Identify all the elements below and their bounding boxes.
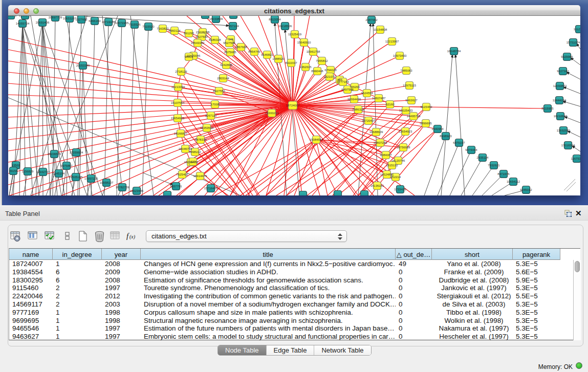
svg-text:6466160: 6466160 [89,19,101,23]
svg-text:7986322: 7986322 [352,108,364,111]
svg-text:1615132: 1615132 [386,164,398,167]
svg-text:13692971: 13692971 [557,129,571,132]
svg-text:7485063: 7485063 [400,69,412,72]
svg-text:10543382: 10543382 [191,41,205,45]
svg-text:9245012: 9245012 [520,188,532,191]
svg-text:7515520: 7515520 [142,25,155,28]
svg-text:16033809: 16033809 [209,17,223,20]
svg-text:2803144: 2803144 [217,77,229,80]
svg-text:1733426: 1733426 [394,188,406,191]
svg-text:10653267: 10653267 [63,17,77,20]
svg-text:8660124: 8660124 [168,29,181,32]
svg-text:2935114: 2935114 [477,156,489,159]
svg-text:12505135: 12505135 [69,176,83,179]
svg-text:891295: 891295 [184,32,194,35]
svg-text:3624554: 3624554 [361,92,373,95]
svg-text:15716485: 15716485 [204,187,218,190]
svg-text:16648784: 16648784 [447,50,461,53]
svg-text:1588520: 1588520 [272,57,285,60]
svg-text:3267110: 3267110 [205,114,217,117]
svg-text:9463627: 9463627 [405,99,418,102]
svg-text:9115460: 9115460 [421,105,433,108]
svg-text:9657791: 9657791 [170,185,182,188]
svg-text:10973493: 10973493 [393,54,407,57]
svg-text:2718126: 2718126 [175,70,187,73]
svg-text:19654925: 19654925 [171,117,185,120]
svg-text:8454749: 8454749 [248,50,260,53]
svg-text:17016504: 17016504 [561,144,575,147]
svg-text:1167534: 1167534 [571,157,580,160]
svg-text:1527602: 1527602 [75,18,88,21]
svg-text:19166827: 19166827 [174,132,188,135]
svg-text:10807487: 10807487 [372,97,386,100]
svg-text:1621072: 1621072 [323,75,336,78]
svg-text:12213369: 12213369 [171,85,185,89]
svg-text:9227342: 9227342 [557,70,569,73]
svg-text:9777169: 9777169 [337,80,349,83]
svg-text:17008: 17008 [211,103,220,106]
svg-text:8215955: 8215955 [541,107,554,110]
svg-text:8471676: 8471676 [497,172,510,176]
svg-text:7625402: 7625402 [176,173,188,176]
svg-text:8878334: 8878334 [194,138,207,141]
svg-text:8427552: 8427552 [213,90,225,93]
svg-text:16210643: 16210643 [554,115,568,118]
svg-text:7955812: 7955812 [316,59,328,62]
svg-text:19756928: 19756928 [397,146,410,149]
svg-text:3498222: 3498222 [189,150,201,154]
svg-text:(x): (x) [129,234,136,240]
svg-text:7357224: 7357224 [227,25,239,28]
svg-text:19384554: 19384554 [310,138,323,141]
svg-text:18807249: 18807249 [374,141,387,144]
svg-text:16914479: 16914479 [193,174,207,178]
svg-text:13654923: 13654923 [399,130,412,133]
svg-text:9975887: 9975887 [60,164,73,167]
svg-text:9146821: 9146821 [261,53,273,56]
svg-text:1156829: 1156829 [22,170,34,173]
svg-text:9242848: 9242848 [220,63,232,67]
svg-text:11325419: 11325419 [288,33,302,36]
svg-text:1112345: 1112345 [574,28,580,31]
svg-text:16782759: 16782759 [116,186,129,189]
svg-text:2069140: 2069140 [19,16,31,17]
svg-text:19218506: 19218506 [278,25,292,28]
svg-text:10961758: 10961758 [307,50,320,53]
svg-text:8675685: 8675685 [224,51,236,54]
svg-text:98901: 98901 [185,55,193,58]
svg-text:14120746: 14120746 [391,159,405,162]
svg-text:10958107: 10958107 [100,181,114,184]
svg-text:20364436: 20364436 [347,98,361,101]
svg-text:17359924: 17359924 [70,151,83,154]
svg-text:12975115: 12975115 [403,84,417,87]
svg-text:735722: 735722 [228,16,239,16]
svg-text:8813054: 8813054 [269,18,281,21]
svg-text:12444194: 12444194 [553,99,567,102]
svg-text:10154808: 10154808 [374,28,387,31]
svg-text:9527500: 9527500 [195,35,208,38]
svg-text:6879197: 6879197 [453,141,465,144]
svg-text:10719185: 10719185 [102,20,116,24]
svg-text:20206576: 20206576 [48,152,61,156]
svg-text:11353594: 11353594 [200,126,214,129]
svg-text:8990448: 8990448 [311,70,323,73]
svg-text:12923446: 12923446 [130,189,144,192]
svg-text:9329966: 9329966 [561,55,573,58]
svg-text:15751074: 15751074 [567,41,580,44]
svg-text:127: 127 [190,160,196,163]
svg-text:20691406: 20691406 [36,21,50,24]
svg-text:62160: 62160 [386,103,395,106]
svg-text:17957225: 17957225 [84,177,98,180]
svg-text:9527505: 9527505 [223,41,235,45]
svg-text:9084067: 9084067 [380,154,392,157]
svg-text:6794028: 6794028 [324,69,337,72]
svg-text:10025433: 10025433 [399,109,413,112]
svg-text:1640954: 1640954 [431,127,444,130]
svg-text:12213967: 12213967 [385,40,399,43]
svg-text:7515526: 7515526 [128,23,141,26]
svg-text:20053346: 20053346 [76,64,90,67]
svg-text:16107554: 16107554 [171,101,185,104]
svg-text:10671955: 10671955 [115,21,129,25]
svg-text:1405572: 1405572 [8,16,17,17]
svg-text:12093872: 12093872 [553,84,567,87]
svg-text:10688609: 10688609 [369,130,383,134]
